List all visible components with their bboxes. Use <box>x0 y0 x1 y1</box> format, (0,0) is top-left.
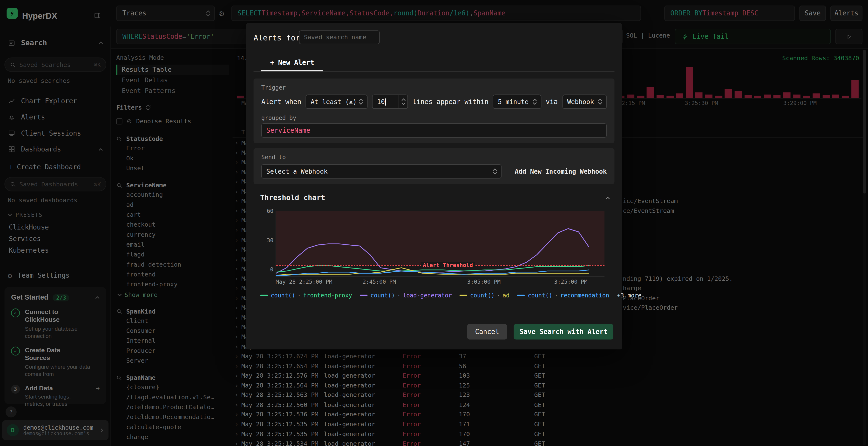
legend-item[interactable]: count()·load-generator <box>360 292 452 299</box>
modal-title: Alerts for <box>254 33 301 42</box>
comparator-select[interactable]: At least (≥) <box>306 95 368 109</box>
trigger-section: Trigger Alert when At least (≥) 10 <box>254 78 615 143</box>
legend-dash-icon <box>517 295 525 296</box>
legend-item[interactable]: count()·frontend-proxy <box>260 292 352 299</box>
x-tick: 3:25:00 PM <box>554 279 587 285</box>
threshold-chart-title: Threshold chart <box>260 194 325 202</box>
send-to-label: Send to <box>261 153 607 160</box>
y-tick: 0 <box>260 267 273 273</box>
chevron-up-down-icon <box>493 168 497 174</box>
chart-plot-area: Alert Threshold <box>276 211 604 276</box>
x-tick: 3:05:00 PM <box>467 279 500 285</box>
send-to-section: Send to Select a Webhook Add New Incomin… <box>254 148 615 184</box>
alert-tabs: + New Alert <box>254 56 615 72</box>
tab-new-alert[interactable]: + New Alert <box>261 56 323 71</box>
time-window-select[interactable]: 5 minute <box>493 95 541 109</box>
cancel-button[interactable]: Cancel <box>467 324 507 339</box>
legend-dash-icon <box>360 295 368 296</box>
chevron-up-down-icon <box>359 99 363 105</box>
number-stepper[interactable] <box>399 95 407 108</box>
legend-item[interactable]: count()·recommendation <box>517 292 609 299</box>
legend-item[interactable]: count()·ad <box>460 292 509 299</box>
webhook-select[interactable]: Select a Webhook <box>261 164 501 179</box>
legend-more[interactable]: +3 more <box>617 292 642 299</box>
threshold-count-input[interactable]: 10 <box>372 95 408 109</box>
text-caret <box>385 98 386 105</box>
hyperdx-app: HyperDX Traces ⚙ SELECT Timestamp,Servic… <box>0 0 868 446</box>
add-webhook-button[interactable]: Add New Incoming Webhook <box>515 168 607 175</box>
alert-when-label: Alert when <box>261 98 301 105</box>
chart-legend: count()·frontend-proxycount()·load-gener… <box>260 292 608 299</box>
y-tick: 60 <box>260 208 273 214</box>
legend-dash-icon <box>460 295 467 296</box>
x-tick: May 28 2:25:00 PM <box>276 279 332 285</box>
y-tick: 30 <box>260 237 273 243</box>
saved-search-name-input[interactable] <box>299 30 380 44</box>
threshold-chart: 60 30 0 Alert Threshold May 28 2:25:00 P… <box>260 208 608 305</box>
alert-threshold-label: Alert Threshold <box>421 262 475 268</box>
channel-select[interactable]: Webhook <box>562 95 607 109</box>
chevron-up-down-icon <box>532 99 537 105</box>
group-by-input[interactable]: ServiceName <box>261 123 607 138</box>
legend-dash-icon <box>260 295 268 296</box>
chevron-up-down-icon <box>598 99 602 105</box>
save-search-with-alert-button[interactable]: Save Search with Alert <box>514 324 613 339</box>
alert-modal: Alerts for + New Alert Trigger Alert whe… <box>246 23 622 349</box>
collapse-chart-button[interactable] <box>606 194 610 201</box>
grouped-by-label: grouped by <box>261 114 607 121</box>
modal-footer: Cancel Save Search with Alert <box>254 324 613 339</box>
trigger-label: Trigger <box>261 84 607 91</box>
lines-appear-label: lines appear within <box>412 98 489 105</box>
alert-threshold-line: Alert Threshold <box>276 266 604 266</box>
x-tick: 2:45:00 PM <box>363 279 396 285</box>
via-label: via <box>546 98 558 105</box>
